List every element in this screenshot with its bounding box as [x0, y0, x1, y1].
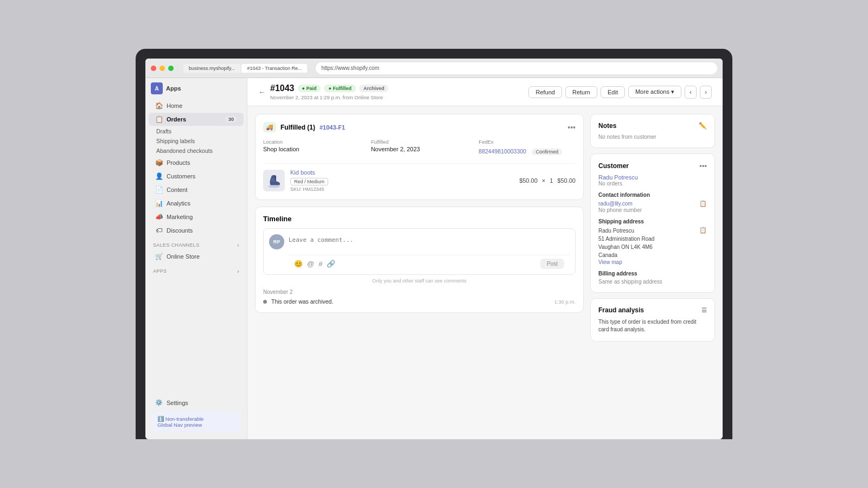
sidebar-item-content[interactable]: 📄 Content [149, 183, 244, 196]
comment-box: RP 😊 @ # 🔗 Post [263, 228, 576, 275]
sidebar-item-marketing[interactable]: 📣 Marketing [149, 210, 244, 223]
sidebar: A Apps 🏠 Home 📋 Orders 30 Dra [145, 78, 247, 439]
browser-close-dot[interactable] [151, 66, 156, 71]
shipping-section-title: Shipping address [598, 219, 707, 224]
timeline-title: Timeline [263, 215, 576, 223]
product-thumbnail [263, 170, 285, 191]
right-column: Notes ✏️ No notes from customer Customer… [590, 114, 715, 432]
non-transferable-icon: ℹ️ [157, 416, 164, 422]
sidebar-label-customers: Customers [167, 173, 195, 179]
fraud-card: Fraud analysis ☰ This type of order is e… [590, 298, 715, 342]
view-map-link[interactable]: View map [598, 259, 654, 265]
customer-email[interactable]: radu@lily.com [598, 201, 633, 207]
more-actions-button[interactable]: More actions ▾ [628, 86, 681, 98]
browser-bar: business.myshopify... #1043 - Transactio… [145, 59, 723, 78]
post-button[interactable]: Post [540, 259, 564, 269]
browser-tab-1[interactable]: business.myshopify... [183, 64, 240, 73]
content-icon: 📄 [155, 186, 163, 194]
left-column: 🚚 Fulfilled (1) #1043-F1 ••• Location [255, 114, 584, 432]
svg-point-0 [268, 185, 280, 188]
back-button[interactable]: ← [258, 88, 266, 97]
analytics-icon: 📊 [155, 200, 163, 207]
edit-button[interactable]: Edit [601, 86, 625, 98]
link-icon[interactable]: 🔗 [327, 260, 335, 268]
hashtag-icon[interactable]: # [318, 260, 322, 268]
sales-channels-section: Sales channels › [145, 237, 247, 249]
customer-phone: No phone number [598, 207, 707, 213]
product-variant: Red / Medium [290, 178, 328, 185]
orders-icon: 📋 [155, 115, 163, 123]
sidebar-sub-drafts[interactable]: Drafts [145, 126, 247, 136]
shipping-address: 51 Administration Road [598, 235, 654, 243]
online-store-icon: 🛒 [155, 253, 163, 260]
next-order-button[interactable]: › [700, 86, 712, 99]
sidebar-item-products[interactable]: 📦 Products [149, 156, 244, 169]
customer-name-link[interactable]: Radu Potrescu [598, 174, 707, 181]
customer-more-button[interactable]: ••• [699, 162, 707, 170]
order-number: #1043 [270, 84, 295, 93]
fedex-label: FedEx [478, 139, 576, 145]
truck-icon: 🚚 [263, 122, 276, 132]
timeline-dot [263, 300, 267, 304]
browser-url-bar[interactable]: https://www.shopify.com [316, 62, 717, 74]
email-copy-icon[interactable]: 📋 [699, 200, 707, 207]
timeline-event: This order was archived. 1:30 p.m. [263, 298, 576, 305]
sidebar-label-discounts: Discounts [167, 227, 193, 234]
comment-toolbar: 😊 @ # 🔗 Post [289, 255, 570, 269]
browser-tab-2[interactable]: #1043 - Transaction Re... [241, 64, 307, 73]
sidebar-item-orders[interactable]: 📋 Orders 30 [149, 113, 244, 126]
home-icon: 🏠 [155, 102, 163, 110]
timeline-event-text: This order was archived. [271, 298, 333, 305]
customer-card: Customer ••• Radu Potrescu No orders Con… [590, 153, 715, 293]
tracking-link[interactable]: 882449810003300 [478, 148, 526, 155]
browser-max-dot[interactable] [168, 66, 174, 71]
sidebar-label-marketing: Marketing [167, 214, 193, 220]
sidebar-label-analytics: Analytics [167, 200, 190, 207]
sidebar-item-discounts[interactable]: 🏷 Discounts [149, 224, 244, 237]
timeline-event-time: 1:30 p.m. [554, 299, 576, 305]
location-label: Location [263, 139, 360, 145]
sidebar-label-online-store: Online Store [167, 253, 200, 260]
tracking-confirmed-badge: Confirmed [532, 149, 562, 155]
customer-title: Customer [598, 162, 629, 170]
fraud-text: This type of order is excluded from cred… [598, 318, 707, 333]
notes-card: Notes ✏️ No notes from customer [590, 114, 715, 148]
archived-badge: Archived [359, 85, 389, 92]
prev-order-button[interactable]: ‹ [685, 86, 697, 99]
fulfilled-more-button[interactable]: ••• [567, 123, 576, 132]
sidebar-sub-shipping[interactable]: Shipping labels [145, 136, 247, 146]
main-content: ← #1043 ● Paid ● Fulfilled Archived Nove… [247, 78, 723, 439]
sidebar-item-home[interactable]: 🏠 Home [149, 99, 244, 112]
apps-section: Apps › [145, 264, 247, 275]
chevron-down-icon: ▾ [671, 88, 674, 95]
fulfilled-label: Fulfilled [371, 139, 468, 145]
mention-icon[interactable]: @ [307, 260, 314, 268]
non-transferable-banner[interactable]: ℹ️ Non-transferableGlobal Nav preview [152, 412, 240, 432]
non-transferable-text: Non-transferableGlobal Nav preview [157, 416, 203, 428]
sidebar-item-online-store[interactable]: 🛒 Online Store [149, 250, 244, 263]
sidebar-label-home: Home [167, 102, 182, 109]
fraud-report-icon[interactable]: ☰ [701, 307, 707, 314]
sidebar-store-header[interactable]: A Apps [145, 78, 247, 97]
shipping-name: Radu Potrescu [598, 227, 654, 235]
staff-note: Only you and other staff can see comment… [263, 278, 576, 284]
notes-edit-icon[interactable]: ✏️ [699, 122, 707, 130]
discounts-icon: 🏷 [155, 227, 163, 234]
notes-title: Notes [598, 122, 616, 130]
product-name[interactable]: Kid boots [290, 169, 514, 176]
comment-input[interactable] [289, 234, 373, 249]
sidebar-item-customers[interactable]: 👤 Customers [149, 170, 244, 183]
sidebar-label-products: Products [167, 159, 190, 166]
address-copy-icon[interactable]: 📋 [699, 227, 707, 234]
emoji-icon[interactable]: 😊 [294, 260, 303, 268]
return-button[interactable]: Return [565, 86, 597, 98]
sidebar-item-settings[interactable]: ⚙️ Settings [149, 396, 244, 409]
refund-button[interactable]: Refund [528, 86, 561, 98]
sidebar-bottom: ⚙️ Settings ℹ️ Non-transferableGlobal Na… [145, 392, 247, 439]
sidebar-sub-abandoned[interactable]: Abandoned checkouts [145, 146, 247, 156]
browser-min-dot[interactable] [159, 66, 165, 71]
fulfilled-title-text: Fulfilled (1) [280, 124, 315, 131]
products-icon: 📦 [155, 159, 163, 166]
page-body: 🚚 Fulfilled (1) #1043-F1 ••• Location [247, 106, 723, 439]
sidebar-item-analytics[interactable]: 📊 Analytics [149, 197, 244, 210]
